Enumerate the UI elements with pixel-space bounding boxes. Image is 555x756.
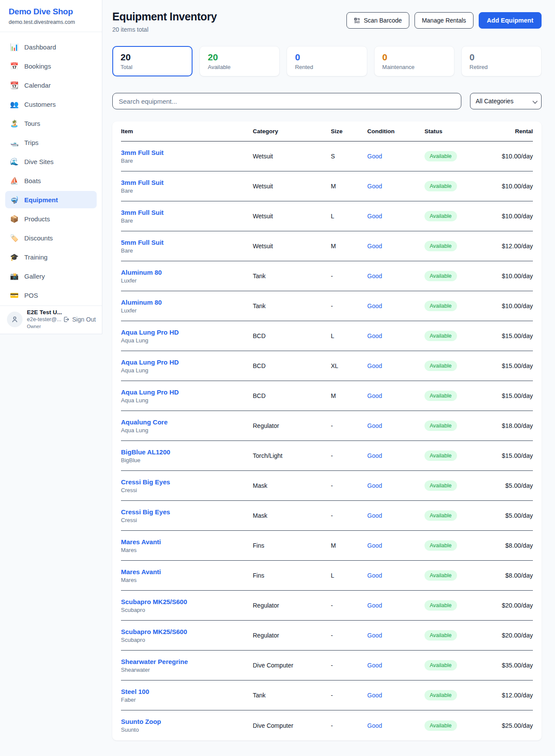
category-cell: Wetsuit	[253, 243, 331, 250]
condition-link[interactable]: Good	[367, 213, 382, 220]
condition-cell: Good	[367, 332, 424, 340]
equipment-name-link[interactable]: Steel 100	[121, 688, 253, 695]
equipment-name-link[interactable]: Aqualung Core	[121, 418, 253, 426]
rental-cell: $15.00/day	[490, 392, 533, 399]
sidebar-item-calendar[interactable]: 📆 Calendar	[5, 76, 97, 94]
manage-rentals-button[interactable]: Manage Rentals	[415, 12, 473, 29]
equipment-name-link[interactable]: 3mm Full Suit	[121, 179, 253, 186]
sidebar-item-customers[interactable]: 👥 Customers	[5, 95, 97, 113]
condition-link[interactable]: Good	[367, 362, 382, 369]
rental-cell: $12.00/day	[490, 243, 533, 250]
table-row: Mares Avanti Mares Fins L Good Available…	[121, 561, 533, 591]
sidebar-item-trips[interactable]: 🛥️ Trips	[5, 134, 97, 151]
equipment-name-link[interactable]: 3mm Full Suit	[121, 209, 253, 216]
stat-card-available[interactable]: 20 Available	[199, 46, 280, 76]
sidebar-item-boats[interactable]: ⛵ Boats	[5, 172, 97, 189]
equipment-name-link[interactable]: Aqua Lung Pro HD	[121, 388, 253, 396]
condition-link[interactable]: Good	[367, 572, 382, 579]
scan-barcode-button[interactable]: Scan Barcode	[346, 12, 409, 29]
sidebar-item-equipment[interactable]: 🤿 Equipment	[5, 191, 97, 208]
equipment-name-link[interactable]: Aqua Lung Pro HD	[121, 329, 253, 336]
equipment-name-link[interactable]: Mares Avanti	[121, 568, 253, 575]
search-input[interactable]	[112, 93, 461, 109]
condition-link[interactable]: Good	[367, 602, 382, 609]
add-equipment-button[interactable]: Add Equipment	[479, 12, 542, 29]
condition-link[interactable]: Good	[367, 692, 382, 699]
equipment-name-link[interactable]: Scubapro MK25/S600	[121, 598, 253, 605]
condition-cell: Good	[367, 242, 424, 250]
status-cell: Available	[424, 391, 490, 401]
size-cell: L	[331, 332, 367, 339]
rental-cell: $15.00/day	[490, 452, 533, 459]
condition-cell: Good	[367, 182, 424, 190]
equipment-name-link[interactable]: Mares Avanti	[121, 538, 253, 546]
equipment-name-link[interactable]: Scubapro MK25/S600	[121, 628, 253, 635]
stat-card-total[interactable]: 20 Total	[112, 46, 193, 76]
condition-cell: Good	[367, 572, 424, 579]
condition-link[interactable]: Good	[367, 332, 382, 339]
status-badge: Available	[424, 720, 457, 731]
equipment-name-link[interactable]: 3mm Full Suit	[121, 149, 253, 156]
equipment-name-link[interactable]: Shearwater Peregrine	[121, 658, 253, 665]
stat-card-retired[interactable]: 0 Retired	[461, 46, 542, 76]
equipment-brand: Aqua Lung	[121, 397, 253, 404]
status-badge: Available	[424, 361, 457, 371]
condition-link[interactable]: Good	[367, 392, 382, 399]
equipment-table-card: ItemCategorySizeConditionStatusRental 3m…	[112, 122, 542, 740]
category-cell: Tank	[253, 302, 331, 309]
condition-link[interactable]: Good	[367, 243, 382, 250]
equipment-brand: Bare	[121, 217, 253, 224]
category-cell: Mask	[253, 512, 331, 519]
sidebar-item-training[interactable]: 🎓 Training	[5, 248, 97, 266]
equipment-brand: Suunto	[121, 726, 253, 733]
stat-card-maintenance[interactable]: 0 Maintenance	[374, 46, 454, 76]
equipment-name-link[interactable]: 5mm Full Suit	[121, 239, 253, 246]
sidebar-item-label: Products	[24, 215, 50, 223]
sidebar-item-tours[interactable]: 🏝️ Tours	[5, 115, 97, 132]
equipment-name-link[interactable]: Cressi Big Eyes	[121, 508, 253, 516]
people-icon: 👥	[10, 100, 19, 108]
sign-out-button[interactable]: Sign Out	[63, 316, 96, 323]
equipment-name-link[interactable]: Aluminum 80	[121, 269, 253, 276]
sidebar-item-products[interactable]: 📦 Products	[5, 210, 97, 227]
equipment-brand: Mares	[121, 547, 253, 553]
size-cell: -	[331, 512, 367, 519]
condition-link[interactable]: Good	[367, 542, 382, 549]
equipment-name-link[interactable]: BigBlue AL1200	[121, 448, 253, 456]
table-row: 3mm Full Suit Bare Wetsuit M Good Availa…	[121, 171, 533, 201]
status-cell: Available	[424, 181, 490, 191]
equipment-name-link[interactable]: Aluminum 80	[121, 299, 253, 306]
condition-link[interactable]: Good	[367, 722, 382, 729]
equipment-brand: Scubapro	[121, 607, 253, 613]
equipment-name-link[interactable]: Suunto Zoop	[121, 718, 253, 725]
condition-link[interactable]: Good	[367, 482, 382, 489]
equipment-name-link[interactable]: Cressi Big Eyes	[121, 478, 253, 486]
equipment-name-link[interactable]: Aqua Lung Pro HD	[121, 358, 253, 366]
sidebar-item-label: POS	[24, 292, 38, 299]
sidebar-item-gallery[interactable]: 📸 Gallery	[5, 267, 97, 285]
island-icon: 🏝️	[10, 119, 19, 128]
condition-link[interactable]: Good	[367, 183, 382, 190]
condition-link[interactable]: Good	[367, 422, 382, 429]
sidebar-item-dashboard[interactable]: 📊 Dashboard	[5, 38, 97, 56]
sidebar-item-dive-sites[interactable]: 🌊 Dive Sites	[5, 153, 97, 170]
condition-link[interactable]: Good	[367, 632, 382, 639]
sidebar-item-bookings[interactable]: 📅 Bookings	[5, 57, 97, 75]
category-filter-select[interactable]: All Categories	[470, 93, 542, 109]
stat-card-rented[interactable]: 0 Rented	[287, 46, 367, 76]
rental-cell: $10.00/day	[490, 213, 533, 220]
condition-link[interactable]: Good	[367, 302, 382, 309]
condition-link[interactable]: Good	[367, 452, 382, 459]
condition-link[interactable]: Good	[367, 153, 382, 160]
status-badge: Available	[424, 211, 457, 221]
condition-cell: Good	[367, 452, 424, 460]
equipment-brand: Bare	[121, 187, 253, 194]
column-header-condition: Condition	[367, 128, 424, 135]
condition-cell: Good	[367, 482, 424, 490]
sidebar-item-pos[interactable]: 💳 POS	[5, 286, 97, 304]
condition-link[interactable]: Good	[367, 512, 382, 519]
sidebar-item-label: Bookings	[24, 62, 51, 70]
condition-link[interactable]: Good	[367, 273, 382, 279]
sidebar-item-discounts[interactable]: 🏷️ Discounts	[5, 229, 97, 247]
condition-link[interactable]: Good	[367, 662, 382, 669]
